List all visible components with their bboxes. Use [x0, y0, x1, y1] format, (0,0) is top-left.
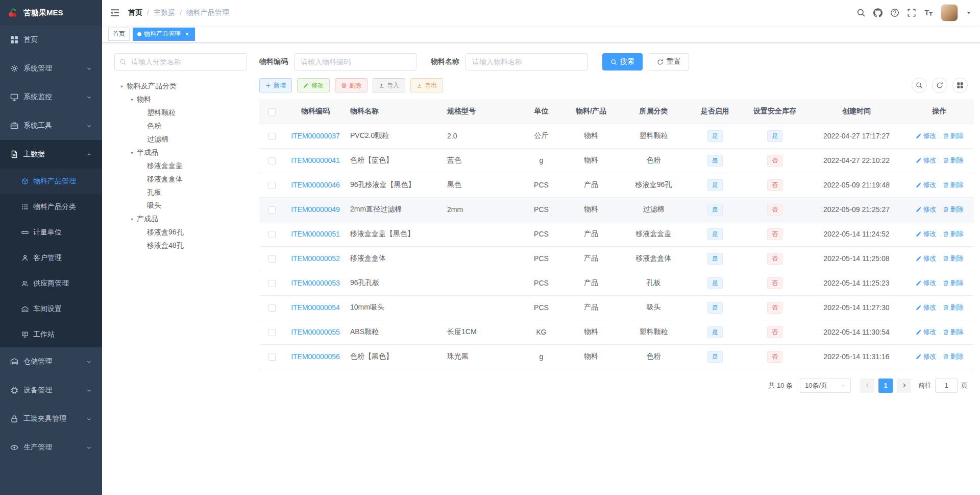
row-delete-link[interactable]: 删除 [943, 278, 964, 288]
row-edit-link[interactable]: 修改 [916, 229, 937, 239]
tree-node[interactable]: 半成品 [114, 146, 247, 159]
sidebar-item-equipment-management[interactable]: 设备管理 [0, 376, 102, 405]
sidebar-item-master-data[interactable]: 主数据 [0, 140, 102, 169]
row-edit-link[interactable]: 修改 [916, 205, 937, 214]
caret-down-icon[interactable] [966, 10, 972, 16]
tree-expand-icon[interactable] [116, 82, 127, 91]
row-edit-link[interactable]: 修改 [916, 352, 937, 361]
material-code-link[interactable]: ITEM00000037 [291, 132, 340, 140]
tab-material-product-management[interactable]: 物料产品管理 [133, 28, 195, 41]
row-checkbox[interactable] [268, 133, 276, 140]
row-delete-link[interactable]: 删除 [943, 229, 964, 239]
sidebar-item-supplier-management[interactable]: 供应商管理 [0, 271, 102, 296]
material-code-link[interactable]: ITEM00000046 [291, 181, 340, 189]
row-edit-link[interactable]: 修改 [916, 278, 937, 288]
material-name-input[interactable] [465, 53, 588, 70]
row-edit-link[interactable]: 修改 [916, 303, 937, 312]
row-delete-link[interactable]: 删除 [943, 352, 964, 361]
font-size-icon[interactable] [924, 8, 933, 17]
tree-node[interactable]: 色粉 [114, 120, 247, 133]
material-code-link[interactable]: ITEM00000049 [291, 205, 340, 214]
material-code-link[interactable]: ITEM00000051 [291, 230, 340, 238]
reset-button[interactable]: 重置 [649, 53, 689, 70]
sidebar-item-production-management[interactable]: 生产管理 [0, 433, 102, 462]
toggle-columns-button[interactable] [952, 78, 968, 93]
row-delete-link[interactable]: 删除 [943, 327, 964, 337]
prev-page-button[interactable] [860, 379, 874, 393]
delete-button[interactable]: 删除 [335, 78, 368, 92]
tree-node[interactable]: 移液盒盒盖 [114, 159, 247, 173]
material-code-link[interactable]: ITEM00000041 [291, 156, 340, 164]
sidebar-item-customer-management[interactable]: 客户管理 [0, 245, 102, 271]
tree-node[interactable]: 移液盒48孔 [114, 239, 247, 252]
row-delete-link[interactable]: 删除 [943, 303, 964, 312]
sidebar-item-fixture-management[interactable]: 工装夹具管理 [0, 405, 102, 433]
material-code-link[interactable]: ITEM00000052 [291, 254, 340, 263]
page-number-button[interactable]: 1 [878, 379, 893, 393]
row-checkbox[interactable] [268, 280, 276, 287]
row-checkbox[interactable] [268, 157, 276, 164]
search-button[interactable]: 搜索 [602, 53, 643, 70]
row-delete-link[interactable]: 删除 [943, 254, 964, 263]
material-code-input[interactable] [294, 53, 416, 70]
app-logo[interactable]: 苦糖果MES [0, 0, 102, 26]
material-code-link[interactable]: ITEM00000055 [291, 328, 340, 336]
tree-node[interactable]: 吸头 [114, 199, 247, 213]
sidebar-item-warehouse-management[interactable]: 仓储管理 [0, 347, 102, 376]
tab-home[interactable]: 首页 [108, 28, 130, 41]
sidebar-item-system-monitor[interactable]: 系统监控 [0, 83, 102, 111]
tree-node[interactable]: 物料 [114, 93, 247, 106]
tree-node[interactable]: 物料及产品分类 [114, 80, 247, 93]
row-checkbox[interactable] [268, 353, 276, 361]
sidebar-item-material-product-management[interactable]: 物料产品管理 [0, 169, 102, 194]
sidebar-item-system-tools[interactable]: 系统工具 [0, 111, 102, 140]
row-delete-link[interactable]: 删除 [943, 180, 964, 190]
category-search-input[interactable] [114, 53, 247, 70]
row-edit-link[interactable]: 修改 [916, 254, 937, 263]
export-button[interactable]: 导出 [410, 78, 443, 92]
row-delete-link[interactable]: 删除 [943, 156, 964, 165]
search-icon[interactable] [856, 8, 866, 17]
row-edit-link[interactable]: 修改 [916, 180, 937, 190]
breadcrumb-item[interactable]: 首页 [128, 8, 142, 17]
sidebar-item-system-management[interactable]: 系统管理 [0, 54, 102, 83]
tree-expand-icon[interactable] [127, 215, 137, 224]
sidebar-item-material-product-category[interactable]: 物料产品分类 [0, 194, 102, 220]
tree-node[interactable]: 塑料颗粒 [114, 106, 247, 120]
tree-expand-icon[interactable] [127, 148, 137, 157]
row-checkbox[interactable] [268, 182, 276, 189]
select-all-checkbox[interactable] [268, 108, 276, 115]
tree-node[interactable]: 过滤棉 [114, 133, 247, 146]
row-delete-link[interactable]: 删除 [943, 131, 964, 140]
toggle-search-button[interactable] [912, 78, 927, 93]
tree-node[interactable]: 移液盒盒体 [114, 173, 247, 186]
hamburger-icon[interactable] [110, 8, 120, 18]
edit-button[interactable]: 修改 [297, 78, 330, 92]
sidebar-item-home[interactable]: 首页 [0, 26, 102, 54]
tree-node[interactable]: 产成品 [114, 213, 247, 226]
import-button[interactable]: 导入 [373, 78, 405, 92]
github-icon[interactable] [873, 8, 883, 17]
material-code-link[interactable]: ITEM00000056 [291, 352, 340, 361]
sidebar-item-workstation[interactable]: 工作站 [0, 322, 102, 347]
row-checkbox[interactable] [268, 304, 276, 312]
material-code-link[interactable]: ITEM00000053 [291, 279, 340, 287]
tree-node[interactable]: 移液盒96孔 [114, 226, 247, 239]
row-edit-link[interactable]: 修改 [916, 327, 937, 337]
row-edit-link[interactable]: 修改 [916, 131, 937, 140]
goto-page-input[interactable] [935, 379, 958, 393]
tree-node[interactable]: 孔板 [114, 186, 247, 199]
tree-expand-icon[interactable] [127, 95, 137, 104]
row-delete-link[interactable]: 删除 [943, 205, 964, 214]
fullscreen-icon[interactable] [907, 8, 916, 17]
add-button[interactable]: 新增 [259, 78, 292, 92]
sidebar-item-workshop-settings[interactable]: 车间设置 [0, 296, 102, 322]
material-code-link[interactable]: ITEM00000054 [291, 303, 340, 312]
page-size-select[interactable]: 10条/页 [800, 379, 851, 393]
row-checkbox[interactable] [268, 231, 276, 238]
row-edit-link[interactable]: 修改 [916, 156, 937, 165]
close-icon[interactable] [183, 31, 190, 38]
next-page-button[interactable] [897, 379, 911, 393]
refresh-table-button[interactable] [932, 78, 947, 93]
row-checkbox[interactable] [268, 329, 276, 336]
